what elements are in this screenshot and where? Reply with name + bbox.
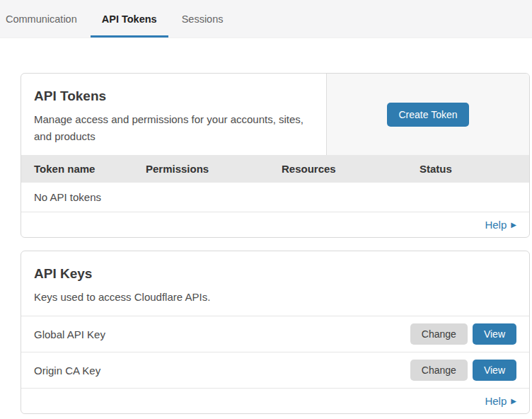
api-keys-subtitle: Keys used to access Cloudflare APIs. <box>34 289 310 306</box>
api-keys-help-row: Help ▶ <box>21 388 529 413</box>
view-global-api-key-button[interactable]: View <box>473 323 516 345</box>
help-arrow-icon: ▶ <box>511 397 516 405</box>
api-tokens-subtitle: Manage access and permissions for your a… <box>34 111 310 145</box>
key-name: Origin CA Key <box>34 365 410 377</box>
tab-bar: Communication API Tokens Sessions <box>0 0 532 38</box>
column-header-status: Status <box>407 155 529 183</box>
tab-api-tokens[interactable]: API Tokens <box>91 0 168 38</box>
key-name: Global API Key <box>34 328 410 340</box>
key-row-origin-ca-key: Origin CA Key Change View <box>21 352 529 388</box>
column-header-permissions: Permissions <box>133 155 269 183</box>
tab-communication[interactable]: Communication <box>6 0 88 38</box>
key-actions: Change View <box>410 360 516 381</box>
column-header-resources: Resources <box>269 155 407 183</box>
api-tokens-help-link[interactable]: Help ▶ <box>485 219 516 231</box>
api-tokens-card: API Tokens Manage access and permissions… <box>21 73 530 238</box>
tab-sessions[interactable]: Sessions <box>170 0 235 38</box>
change-global-api-key-button[interactable]: Change <box>410 323 468 345</box>
api-tokens-header-action-panel: Create Token <box>326 74 529 155</box>
help-arrow-icon: ▶ <box>511 221 516 229</box>
view-origin-ca-key-button[interactable]: View <box>473 360 516 381</box>
api-keys-card: API Keys Keys used to access Cloudflare … <box>21 251 530 414</box>
help-link-label: Help <box>485 219 507 231</box>
help-link-label: Help <box>485 395 507 407</box>
change-origin-ca-key-button[interactable]: Change <box>410 360 468 381</box>
api-tokens-header-text: API Tokens Manage access and permissions… <box>21 74 326 155</box>
api-tokens-card-header: API Tokens Manage access and permissions… <box>21 74 529 155</box>
api-keys-help-link[interactable]: Help ▶ <box>485 395 516 407</box>
token-table-header: Token name Permissions Resources Status <box>21 155 529 183</box>
key-row-global-api-key: Global API Key Change View <box>21 316 529 352</box>
token-table-empty-message: No API tokens <box>21 183 529 212</box>
key-actions: Change View <box>410 323 516 345</box>
api-keys-card-header: API Keys Keys used to access Cloudflare … <box>21 251 529 316</box>
api-tokens-help-row: Help ▶ <box>21 212 529 237</box>
api-keys-title: API Keys <box>34 264 516 283</box>
create-token-button[interactable]: Create Token <box>387 103 468 127</box>
column-header-token-name: Token name <box>21 155 133 183</box>
api-tokens-title: API Tokens <box>34 86 313 105</box>
